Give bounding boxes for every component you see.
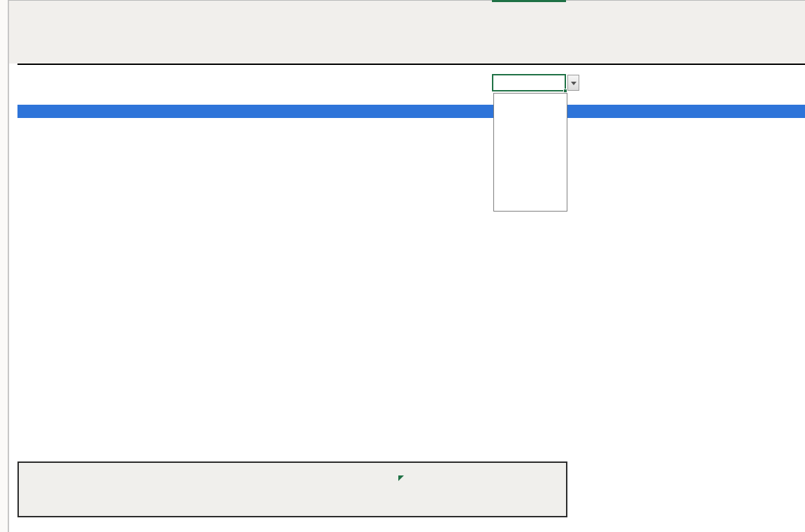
gridline-vertical xyxy=(8,0,9,532)
exit-year-selected-cell[interactable] xyxy=(492,74,566,91)
row-header-strip xyxy=(0,0,8,532)
spreadsheet-view xyxy=(0,0,805,532)
exit-year-dropdown-list xyxy=(493,93,567,212)
formula-flag-icon xyxy=(398,475,404,481)
dropdown-button[interactable] xyxy=(567,75,579,91)
selected-column-indicator xyxy=(492,0,566,2)
header-band xyxy=(8,0,805,64)
header-divider-line xyxy=(17,64,805,65)
valuation-result-box xyxy=(17,461,567,517)
chevron-down-icon xyxy=(571,82,576,85)
table-header-band xyxy=(17,105,805,118)
top-border-line xyxy=(8,0,805,1)
